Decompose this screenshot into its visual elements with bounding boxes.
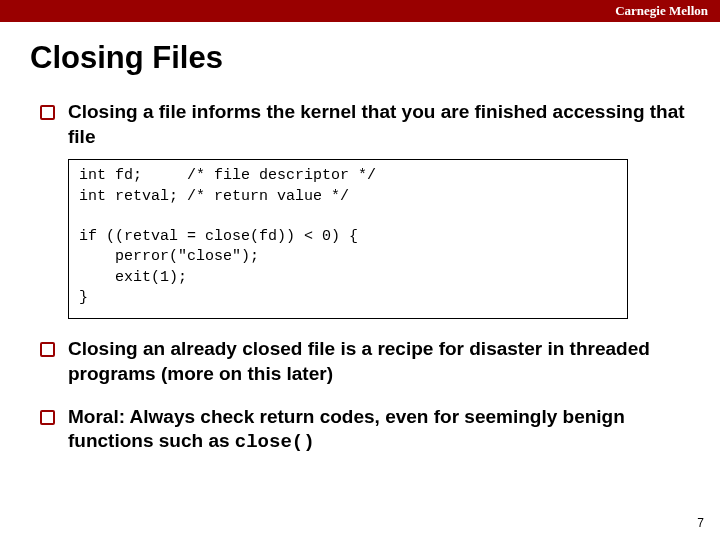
brand-text: Carnegie Mellon bbox=[615, 3, 708, 19]
bullet-list: Closing a file informs the kernel that y… bbox=[30, 100, 690, 455]
bullet-item-1: Closing a file informs the kernel that y… bbox=[38, 100, 690, 319]
page-number: 7 bbox=[697, 516, 704, 530]
bullet-item-2: Closing an already closed file is a reci… bbox=[38, 337, 690, 386]
bullet-code-3: close() bbox=[235, 431, 315, 453]
bullet-text-3: Moral: Always check return codes, even f… bbox=[68, 406, 625, 452]
header-bar: Carnegie Mellon bbox=[0, 0, 720, 22]
slide-content: Closing Files Closing a file informs the… bbox=[0, 22, 720, 455]
bullet-text-1: Closing a file informs the kernel that y… bbox=[68, 101, 685, 147]
code-block: int fd; /* file descriptor */ int retval… bbox=[68, 159, 628, 319]
bullet-text-2: Closing an already closed file is a reci… bbox=[68, 338, 650, 384]
page-title: Closing Files bbox=[30, 40, 690, 76]
bullet-item-3: Moral: Always check return codes, even f… bbox=[38, 405, 690, 455]
